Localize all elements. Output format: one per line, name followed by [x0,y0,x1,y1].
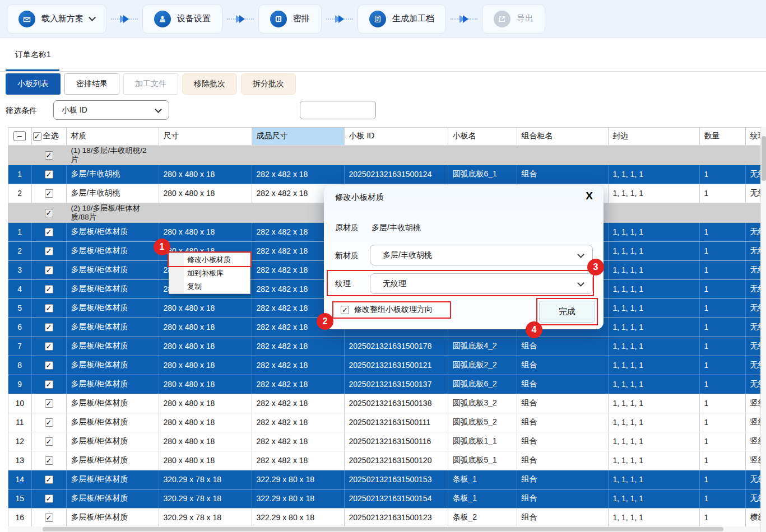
tab-split-batch[interactable]: 拆分批次 [241,73,296,95]
row-checkbox[interactable] [45,170,53,179]
cell-edge-banding: 1, 1, 1, 1 [608,184,699,203]
row-checkbox[interactable] [45,323,53,332]
load-plan-button[interactable]: 载入新方案 [7,4,106,34]
cell-finished-size: 282 x 482 x 18 [252,165,344,184]
column-header-board-name[interactable]: 小板名 [448,128,517,145]
table-row[interactable]: 16多层板/柜体材质320.29 x 78 x 18322.29 x 80 x … [8,508,760,526]
table-row[interactable]: 12多层板/柜体材质280 x 480 x 18282 x 482 x 1820… [8,432,760,451]
row-checkbox[interactable] [45,494,53,503]
row-checkbox[interactable] [45,247,53,255]
cell-size: 280 x 480 x 18 [159,298,252,318]
row-number: 9 [8,375,31,394]
row-checkbox[interactable] [45,437,53,446]
table-row[interactable]: 8多层板/柜体材质280 x 480 x 18282 x 482 x 18202… [8,356,760,375]
tab-order-name[interactable]: 订单名称1 [6,38,61,71]
column-header-size[interactable]: 尺寸 [159,128,252,145]
cell-board-name: 圆弧底板5_1 [448,451,517,470]
row-checkbox[interactable] [45,342,53,351]
cell-board-id: 2025021321631500116 [344,432,448,451]
cell-size: 280 x 480 x 18 [159,356,252,375]
column-header-cabinet[interactable]: 组合柜名 [517,128,608,145]
table-row[interactable]: 7多层板/柜体材质280 x 480 x 18282 x 482 x 18202… [8,337,760,356]
order-tab-label: 订单名称1 [15,50,51,60]
row-number: 4 [8,279,31,298]
row-checkbox[interactable] [45,418,53,427]
collapse-all-button[interactable] [13,131,26,141]
done-button[interactable]: 完成 [539,301,595,323]
row-number: 14 [8,470,31,489]
vertical-scrollbar[interactable] [760,127,766,532]
row-checkbox[interactable] [45,304,53,312]
select-all-checkbox[interactable] [33,132,41,141]
app-root: 载入新方案 设备设置 密排 生成加工档 [0,0,766,532]
tab-processing-files[interactable]: 加工文件 [123,73,178,95]
cell-grain: 无纹 [745,165,760,184]
cell-grain: 竖纹 [745,413,760,432]
horizontal-scrollbar[interactable] [8,526,760,532]
row-checkbox[interactable] [45,456,53,465]
group-checkbox[interactable] [45,151,53,160]
new-material-select[interactable]: 多层/丰收胡桃 [370,245,593,265]
column-header-finished-size[interactable]: 成品尺寸 [252,128,344,145]
row-number: 15 [8,489,31,508]
cell-board-id: 2025021321631500153 [344,470,448,489]
cell-quantity: 1 [699,298,745,318]
device-settings-button[interactable]: 设备设置 [142,4,222,34]
export-button[interactable]: 导出 [482,4,545,34]
column-header-grain[interactable]: 纹理 [745,128,760,145]
menu-item-modify-material[interactable]: 修改小板材质 [169,253,250,267]
horizontal-scrollbar-thumb[interactable] [43,527,723,531]
group-checkbox[interactable] [45,209,53,217]
texture-select[interactable]: 无纹理 [370,273,593,294]
row-checkbox[interactable] [45,285,53,293]
menu-item-add-to-patch-library[interactable]: 加到补板库 [169,267,250,280]
row-checkbox[interactable] [45,514,53,522]
cell-edge-banding: 1, 1, 1, 1 [608,241,699,260]
tab-remove-batch[interactable]: 移除批次 [182,73,237,95]
cell-grain: 无纹 [745,279,760,298]
cell-board-name: 圆弧底板3_2 [448,394,517,413]
cell-cabinet: 组合 [517,413,608,432]
row-checkbox[interactable] [45,399,53,408]
group-header-row: (1) 18/多层/丰收胡桃/2片 [8,145,760,165]
filter-field-select[interactable]: 小板 ID [53,100,169,120]
row-checkbox[interactable] [45,266,53,274]
row-checkbox[interactable] [45,189,53,198]
cell-finished-size: 322.29 x 80 x 18 [252,489,344,508]
column-header-board-id[interactable]: 小板 ID [344,128,448,145]
dense-nesting-button[interactable]: 密排 [258,4,322,34]
filter-search-input[interactable] [300,101,376,119]
modify-group-grain-label: 修改整组小板纹理方向 [354,305,433,315]
row-checkbox[interactable] [45,361,53,370]
table-row[interactable]: 11多层板/柜体材质280 x 480 x 18282 x 482 x 1820… [8,413,760,432]
menu-item-copy[interactable]: 复制 [169,280,250,293]
cell-board-id: 2025021321631500120 [344,451,448,470]
row-number: 1 [8,165,31,184]
dense-nesting-label: 密排 [293,13,310,24]
column-header-material[interactable]: 材质 [66,128,159,145]
table-row[interactable]: 10多层板/柜体材质280 x 480 x 18282 x 482 x 1820… [8,394,760,413]
tab-nesting-result[interactable]: 密排结果 [64,73,119,95]
modify-group-grain-checkbox[interactable] [341,306,349,314]
close-icon[interactable]: X [586,190,593,202]
generate-file-button[interactable]: 生成加工档 [358,4,446,34]
texture-value: 无纹理 [383,279,406,289]
row-number: 5 [8,298,31,318]
table-row[interactable]: 14多层板/柜体材质320.29 x 78 x 18322.29 x 80 x … [8,470,760,489]
table-row[interactable]: 1多层/丰收胡桃280 x 480 x 18282 x 482 x 182025… [8,165,760,184]
tab-board-list[interactable]: 小板列表 [6,73,61,95]
table-row[interactable]: 13多层板/柜体材质280 x 480 x 18282 x 482 x 1820… [8,451,760,470]
table-row[interactable]: 9多层板/柜体材质280 x 480 x 18282 x 482 x 18202… [8,375,760,394]
row-number: 11 [8,413,31,432]
column-header-edge-banding[interactable]: 封边 [608,128,699,145]
cell-board-id: 2025021321631500178 [344,337,448,356]
cell-board-name: 条板_2 [448,508,517,526]
vertical-scrollbar-thumb[interactable] [762,136,766,181]
column-header-quantity[interactable]: 数量 [699,128,745,145]
row-checkbox[interactable] [45,475,53,484]
table-row[interactable]: 15多层板/柜体材质320.29 x 78 x 18322.29 x 80 x … [8,489,760,508]
row-checkbox[interactable] [45,228,53,236]
row-checkbox[interactable] [45,380,53,389]
cell-size: 320.29 x 78 x 18 [159,508,252,526]
modify-material-dialog: 修改小板材质 X 原材质 多层/丰收胡桃 新材质 多层/丰收胡桃 纹理 无纹理 … [324,185,603,329]
